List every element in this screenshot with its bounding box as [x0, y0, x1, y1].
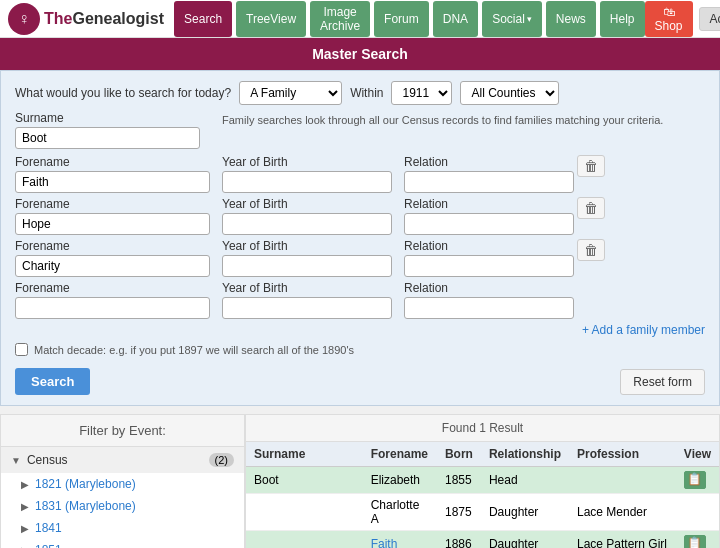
what-label: What would you like to search for today? — [15, 86, 231, 100]
census-chevron-icon: ▼ — [11, 455, 21, 466]
yob-input-1[interactable] — [222, 213, 392, 235]
relation-label-3: Relation — [404, 281, 574, 295]
search-panel: What would you like to search for today?… — [0, 70, 720, 406]
table-row: Charlotte A 1875 Daughter Lace Mender — [246, 494, 719, 531]
match-decade-label: Match decade: e.g. if you put 1897 we wi… — [34, 344, 354, 356]
what-select[interactable]: A Family An Individual — [239, 81, 342, 105]
county-select[interactable]: All Counties — [460, 81, 559, 105]
relation-input-2[interactable] — [404, 255, 574, 277]
cell-relationship: Head — [481, 467, 569, 494]
results-table-body: Boot Elizabeth 1855 Head 📋 Charlotte A 1… — [246, 467, 719, 549]
item-1821-label: 1821 (Marylebone) — [35, 477, 136, 491]
member-del-col-1: 🗑 — [574, 197, 608, 221]
yob-input-0[interactable] — [222, 171, 392, 193]
member-del-col-3 — [574, 281, 608, 283]
add-family-row: + Add a family member — [15, 323, 705, 337]
logo: ♀ TheGenealogist — [8, 3, 164, 35]
relation-input-1[interactable] — [404, 213, 574, 235]
yob-input-3[interactable] — [222, 297, 392, 319]
filter-item-1821[interactable]: ▶ 1821 (Marylebone) — [1, 473, 244, 495]
member-relation-col-2: Relation — [404, 239, 574, 277]
forename-input-0[interactable] — [15, 171, 210, 193]
nav-help-button[interactable]: Help — [600, 1, 645, 37]
col-view: View — [676, 442, 719, 467]
view-icon-faith[interactable]: 📋 — [684, 535, 706, 548]
relation-input-0[interactable] — [404, 171, 574, 193]
member-yob-col-2: Year of Birth — [222, 239, 392, 277]
forename-input-1[interactable] — [15, 213, 210, 235]
forename-link-faith[interactable]: Faith — [371, 537, 398, 548]
census-count: (2) — [209, 453, 234, 467]
member-row-2: Forename Year of Birth Relation 🗑 — [15, 239, 705, 277]
surname-input[interactable] — [15, 127, 200, 149]
forename-input-2[interactable] — [15, 255, 210, 277]
item-1831-chevron-icon: ▶ — [21, 501, 29, 512]
family-note-col: Family searches look through all our Cen… — [222, 111, 705, 149]
member-forename-col-3: Forename — [15, 281, 210, 319]
delete-row-1-button[interactable]: 🗑 — [577, 197, 605, 219]
nav-image-button[interactable]: Image Archive — [310, 1, 370, 37]
delete-row-2-button[interactable]: 🗑 — [577, 239, 605, 261]
item-1841-label: 1841 — [35, 521, 62, 535]
member-del-col-2: 🗑 — [574, 239, 608, 263]
relation-input-3[interactable] — [404, 297, 574, 319]
shop-button[interactable]: 🛍 Shop — [645, 1, 693, 37]
match-decade-row: Match decade: e.g. if you put 1897 we wi… — [15, 343, 705, 356]
item-1821-chevron-icon: ▶ — [21, 479, 29, 490]
cell-view: 📋 — [676, 467, 719, 494]
surname-family-row: Surname Family searches look through all… — [15, 111, 705, 149]
col-forename: Forename — [363, 442, 437, 467]
filter-title: Filter by Event: — [1, 415, 244, 447]
forename-label-1: Forename — [15, 197, 210, 211]
nav-forum-button[interactable]: Forum — [374, 1, 429, 37]
account-button[interactable]: Account ▾ — [699, 7, 720, 31]
view-icon-elizabeth[interactable]: 📋 — [684, 471, 706, 489]
item-1831-label: 1831 (Marylebone) — [35, 499, 136, 513]
results-found-text: Found 1 Result — [246, 415, 719, 442]
nav-dna-button[interactable]: DNA — [433, 1, 478, 37]
results-table-head: Surname Forename Born Relationship Profe… — [246, 442, 719, 467]
nav-treeview-button[interactable]: TreeView — [236, 1, 306, 37]
relation-label-0: Relation — [404, 155, 574, 169]
member-yob-col-3: Year of Birth — [222, 281, 392, 319]
social-dropdown-arrow: ▾ — [527, 14, 532, 24]
filter-group-census-header[interactable]: ▼ Census (2) — [1, 447, 244, 473]
match-decade-checkbox[interactable] — [15, 343, 28, 356]
within-select[interactable]: 1911 1901 1891 1881 — [391, 81, 452, 105]
yob-input-2[interactable] — [222, 255, 392, 277]
member-yob-col-0: Year of Birth — [222, 155, 392, 193]
census-label: Census — [27, 453, 68, 467]
cell-profession: Lace Pattern Girl — [569, 531, 676, 549]
results-table-header-row: Surname Forename Born Relationship Profe… — [246, 442, 719, 467]
nav-search-button[interactable]: Search — [174, 1, 232, 37]
reset-button[interactable]: Reset form — [620, 369, 705, 395]
cell-view — [676, 494, 719, 531]
nav-social-button[interactable]: Social ▾ — [482, 1, 542, 37]
search-button[interactable]: Search — [15, 368, 90, 395]
master-search-title: Master Search — [0, 38, 720, 70]
results-table: Surname Forename Born Relationship Profe… — [246, 442, 719, 548]
add-family-button[interactable]: + Add a family member — [582, 323, 705, 337]
nav: Search TreeView Image Archive Forum DNA … — [174, 1, 644, 37]
cell-relationship: Daughter — [481, 531, 569, 549]
forename-label-2: Forename — [15, 239, 210, 253]
member-forename-col-0: Forename — [15, 155, 210, 193]
nav-news-button[interactable]: News — [546, 1, 596, 37]
cell-born: 1855 — [437, 467, 481, 494]
cell-forename: Faith — [363, 531, 437, 549]
cell-profession: Lace Mender — [569, 494, 676, 531]
filter-item-1851[interactable]: ▶ 1851 — [1, 539, 244, 548]
col-surname: Surname — [246, 442, 363, 467]
member-forename-col-2: Forename — [15, 239, 210, 277]
forename-label-0: Forename — [15, 155, 210, 169]
header: ♀ TheGenealogist Search TreeView Image A… — [0, 0, 720, 38]
filter-item-1841[interactable]: ▶ 1841 — [1, 517, 244, 539]
table-row: Faith 1886 Daughter Lace Pattern Girl 📋 — [246, 531, 719, 549]
forename-label-3: Forename — [15, 281, 210, 295]
within-label: Within — [350, 86, 383, 100]
forename-input-3[interactable] — [15, 297, 210, 319]
item-1851-chevron-icon: ▶ — [21, 545, 29, 549]
delete-row-0-button[interactable]: 🗑 — [577, 155, 605, 177]
filter-item-1831[interactable]: ▶ 1831 (Marylebone) — [1, 495, 244, 517]
cell-view: 📋 — [676, 531, 719, 549]
